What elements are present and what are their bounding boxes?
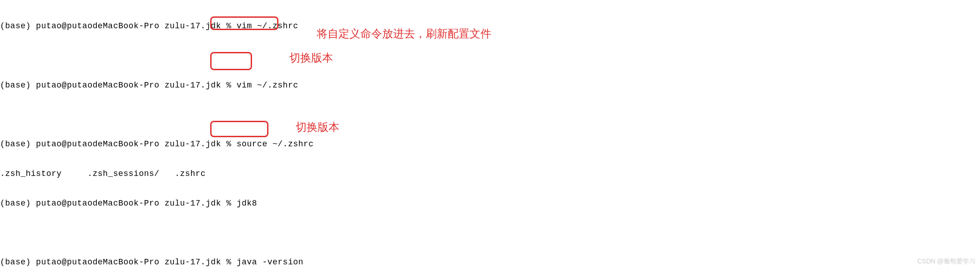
terminal-line: .zsh_history .zsh_sessions/ .zshrc bbox=[0, 169, 980, 179]
annotation-switch-version-2: 切换版本 bbox=[296, 121, 339, 134]
terminal-line bbox=[0, 51, 980, 61]
terminal-line bbox=[0, 110, 980, 120]
terminal-line: (base) putao@putaodeMacBook-Pro zulu-17.… bbox=[0, 139, 980, 149]
watermark: CSDN @葡萄爱学习 bbox=[917, 258, 975, 265]
annotation-switch-version-1: 切换版本 bbox=[289, 52, 333, 65]
terminal-line: (base) putao@putaodeMacBook-Pro zulu-17.… bbox=[0, 199, 980, 209]
terminal-line: (base) putao@putaodeMacBook-Pro zulu-17.… bbox=[0, 258, 980, 268]
annotation-commands-refresh: 将自定义命令放进去，刷新配置文件 bbox=[317, 27, 491, 41]
terminal-line bbox=[0, 228, 980, 238]
terminal-output: (base) putao@putaodeMacBook-Pro zulu-17.… bbox=[0, 2, 980, 268]
terminal-line: (base) putao@putaodeMacBook-Pro zulu-17.… bbox=[0, 81, 980, 91]
